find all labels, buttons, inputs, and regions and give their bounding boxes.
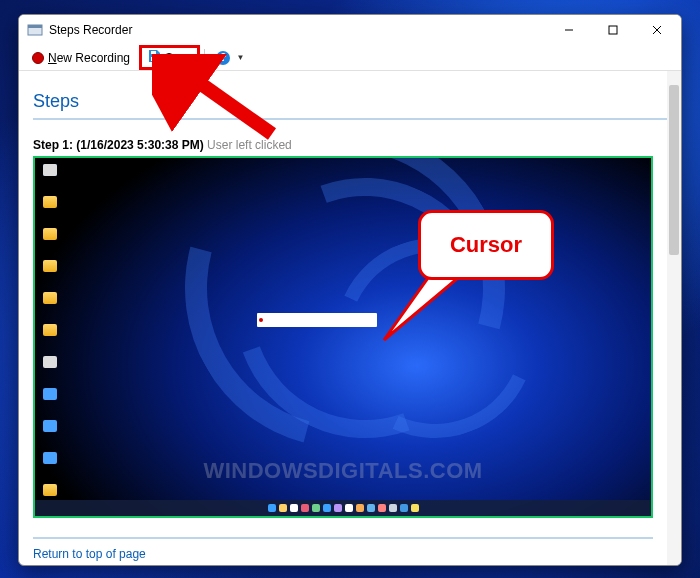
close-button[interactable] xyxy=(635,16,679,44)
step-screenshot[interactable]: WINDOWSDIGITALS.COM xyxy=(33,156,653,518)
svg-rect-6 xyxy=(151,51,156,54)
svg-rect-7 xyxy=(151,57,157,61)
svg-rect-1 xyxy=(28,25,42,28)
step-action: User left clicked xyxy=(204,138,292,152)
maximize-button[interactable] xyxy=(591,16,635,44)
recorded-steps-recorder-window xyxy=(257,313,377,327)
taskbar xyxy=(35,500,651,516)
toolbar-separator xyxy=(204,49,205,67)
callout-text: Cursor xyxy=(450,232,522,258)
steps-recorder-window: Steps Recorder New Recording Save ? xyxy=(18,14,682,566)
titlebar: Steps Recorder xyxy=(19,15,681,45)
step-description: Step 1: (1/16/2023 5:30:38 PM) User left… xyxy=(33,138,667,152)
desktop-icons-right xyxy=(39,164,647,186)
bloom-swirl xyxy=(126,156,563,507)
svg-rect-3 xyxy=(609,26,617,34)
content-area: Steps Step 1: (1/16/2023 5:30:38 PM) Use… xyxy=(19,71,681,565)
window-controls xyxy=(547,16,679,44)
return-to-top-link[interactable]: Return to top of page xyxy=(33,537,653,561)
cursor-callout: Cursor xyxy=(418,210,554,280)
new-recording-button[interactable]: New Recording xyxy=(25,48,137,68)
step-timestamp: (1/16/2023 5:30:38 PM) xyxy=(76,138,203,152)
record-icon xyxy=(32,52,44,64)
steps-heading: Steps xyxy=(33,81,667,120)
save-label: Save xyxy=(165,51,192,65)
window-title: Steps Recorder xyxy=(49,23,547,37)
help-button[interactable]: ? ▼ xyxy=(209,48,251,68)
app-icon xyxy=(27,22,43,38)
save-button[interactable]: Save xyxy=(139,45,200,70)
new-recording-label: New Recording xyxy=(48,51,130,65)
save-icon xyxy=(147,49,161,66)
vertical-scrollbar[interactable] xyxy=(667,71,681,565)
minimize-button[interactable] xyxy=(547,16,591,44)
watermark: WINDOWSDIGITALS.COM xyxy=(35,458,651,484)
scrollbar-thumb[interactable] xyxy=(669,85,679,255)
step-prefix: Step 1: xyxy=(33,138,76,152)
chevron-down-icon: ▼ xyxy=(236,53,244,62)
help-icon: ? xyxy=(216,51,230,65)
toolbar: New Recording Save ? ▼ xyxy=(19,45,681,71)
